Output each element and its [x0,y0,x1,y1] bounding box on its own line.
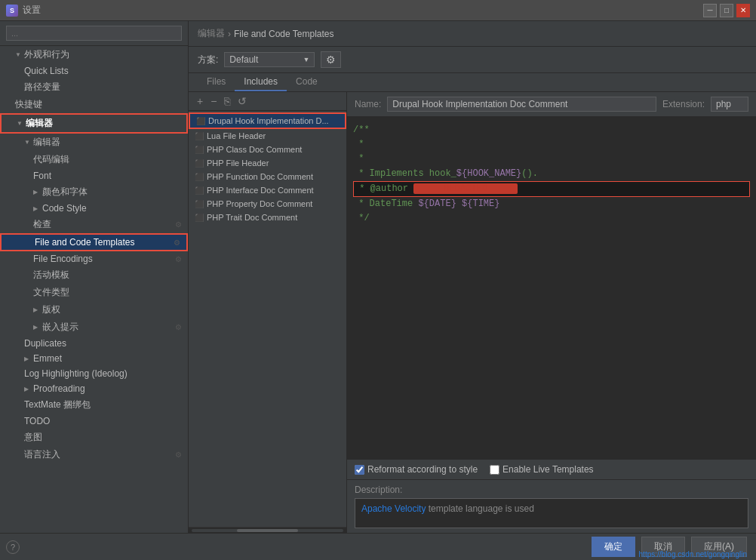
footer-link[interactable]: https://blog.csdn.net/gongqinglin [639,550,747,558]
file-item-label-phptrait: PHP Trait Doc Comment [207,213,297,222]
sidebar-item-livetemplates[interactable]: 活动模板 [0,266,188,284]
title-bar: S 设置 ─ □ ✕ [0,0,756,21]
code-text-7: */ [353,211,370,226]
livetemplates-label: Enable Live Templates [502,464,594,475]
template-name-input[interactable] [387,97,656,112]
sidebar-label-intent: 意图 [24,431,42,444]
code-line-1: /** [353,123,750,137]
file-item-phpclass[interactable]: ⬛ PHP Class Doc Comment [189,143,346,156]
copy-template-button[interactable]: ⎘ [222,95,232,107]
editor-panel: Name: Extension: /** * * [347,92,756,533]
file-item-drupal[interactable]: ⬛ Drupal Hook Implementation D... [189,112,346,129]
file-item-label-phpfile: PHP File Header [207,158,269,168]
scheme-label: 方案: [198,54,218,66]
help-button[interactable]: ? [6,540,20,554]
sidebar-label-quicklists: Quick Lists [24,66,69,76]
sidebar-item-proofreading[interactable]: Proofreading [0,381,188,396]
collapse-icon-emmet [24,355,30,362]
scrollbar-thumb[interactable] [237,529,297,532]
content-area: 编辑器 › File and Code Templates 方案: Defaul… [189,21,756,533]
template-section: + − ⎘ ↺ ⬛ Drupal Hook Implementation D..… [189,92,756,533]
file-item-label-phpinterface: PHP Interface Doc Comment [207,186,314,195]
livetemplates-checkbox-label[interactable]: Enable Live Templates [490,464,594,475]
sidebar-item-textmate[interactable]: TextMate 捆绑包 [0,396,188,414]
file-item-lua[interactable]: ⬛ Lua File Header [189,129,346,143]
tab-files[interactable]: Files [198,73,235,91]
file-item-phpinterface[interactable]: ⬛ PHP Interface Doc Comment [189,183,346,197]
tabs-row: Files Includes Code [189,73,756,92]
search-box [0,21,188,46]
file-item-label-phpfunction: PHP Function Doc Comment [207,172,313,181]
sidebar-item-loghighlighting[interactable]: Log Highlighting (Ideolog) [0,366,188,381]
description-box: Apache Velocity template language is use… [355,498,748,528]
code-editor[interactable]: /** * * * Implements hook_${HOOK_NAME}()… [347,117,756,459]
collapse-icon-embedhints [33,324,39,331]
sidebar-item-fileencodings[interactable]: File Encodings ⚙ [0,251,188,266]
scheme-row: 方案: Default ▼ ⚙ [189,47,756,73]
sidebar-label-font: Font [33,171,51,181]
scheme-dropdown[interactable]: Default ▼ [224,52,315,67]
close-button[interactable]: ✕ [736,4,750,17]
sidebar-item-emmet[interactable]: Emmet [0,351,188,366]
reformat-checkbox[interactable] [355,465,364,475]
sidebar-item-shortcuts[interactable]: 快捷键 [0,96,188,113]
code-text-4: * Implements hook_${HOOK_NAME}(). [353,167,538,181]
livetemplates-checkbox[interactable] [490,465,499,475]
extension-input[interactable] [711,97,748,112]
apache-link[interactable]: Apache Velocity [361,503,426,514]
sidebar-item-codestyle[interactable]: Code Style [0,201,188,216]
sidebar-item-editorsub[interactable]: 编辑器 [0,134,188,151]
file-icon-lua: ⬛ [195,132,204,140]
sidebar-item-inspection[interactable]: 检查 ⚙ [0,216,188,233]
file-icon-phpinterface: ⬛ [195,186,204,195]
confirm-button[interactable]: 确定 [592,537,635,557]
tab-code[interactable]: Code [287,73,327,91]
code-text-2: * [353,137,364,152]
description-label: Description: [355,485,748,495]
sidebar-item-embedhints[interactable]: 嵌入提示 ⚙ [0,318,188,336]
maximize-button[interactable]: □ [720,4,733,17]
add-template-button[interactable]: + [195,95,205,107]
collapse-icon-editor [17,120,23,127]
sidebar-label-proofreading: Proofreading [33,383,85,394]
file-icon-phptrait: ⬛ [195,214,204,222]
sidebar-item-colorfont[interactable]: 颜色和字体 [0,183,188,201]
sidebar-item-font[interactable]: Font [0,168,188,183]
file-icon-phpfile: ⬛ [195,159,204,168]
sidebar-item-filetypes[interactable]: 文件类型 [0,284,188,301]
description-text: template language is used [429,503,534,514]
sidebar-item-pathvariables[interactable]: 路径变量 [0,78,188,96]
sidebar-label-livetemplates: 活动模板 [33,269,69,282]
file-item-phpproperty[interactable]: ⬛ PHP Property Doc Comment [189,197,346,211]
breadcrumb-current: File and Code Templates [234,29,334,39]
file-item-label-phpproperty: PHP Property Doc Comment [207,199,312,208]
sidebar-label-copyright: 版权 [42,303,60,316]
sidebar-item-duplicates[interactable]: Duplicates [0,336,188,351]
reformat-checkbox-label[interactable]: Reformat according to style [355,464,478,475]
sidebar-item-copyright[interactable]: 版权 [0,301,188,318]
remove-template-button[interactable]: − [208,95,219,107]
scheme-gear-button[interactable]: ⚙ [321,51,341,68]
sidebar-item-editor-group[interactable]: 编辑器 [0,113,188,134]
sidebar-item-codeedit[interactable]: 代码编辑 [0,151,188,168]
code-text-6: * DateTime ${DATE} ${TIME} [353,197,499,211]
file-item-phptrait[interactable]: ⬛ PHP Trait Doc Comment [189,211,346,224]
sidebar-item-filecodetemplates[interactable]: File and Code Templates ⚙ [0,233,188,251]
file-item-phpfunction[interactable]: ⬛ PHP Function Doc Comment [189,170,346,183]
code-line-2: * [353,137,750,152]
file-list-scrollbar[interactable] [189,527,346,533]
collapse-icon-codestyle [33,205,39,212]
minimize-button[interactable]: ─ [703,4,717,17]
sidebar-item-todo[interactable]: TODO [0,414,188,429]
sidebar-item-intent[interactable]: 意图 [0,429,188,446]
sidebar-item-appearance[interactable]: 外观和行为 [0,46,188,63]
tab-includes[interactable]: Includes [235,73,287,91]
file-item-phpfile[interactable]: ⬛ PHP File Header [189,156,346,170]
reset-template-button[interactable]: ↺ [235,95,249,107]
sidebar-item-languageinjection[interactable]: 语言注入 ⚙ [0,446,188,463]
window-title: 设置 [23,4,41,17]
search-input[interactable] [6,26,182,41]
sidebar-item-quicklists[interactable]: Quick Lists [0,63,188,78]
checkboxes-row: Reformat according to style Enable Live … [347,459,756,479]
sidebar-label-loghighlighting: Log Highlighting (Ideolog) [24,368,128,379]
